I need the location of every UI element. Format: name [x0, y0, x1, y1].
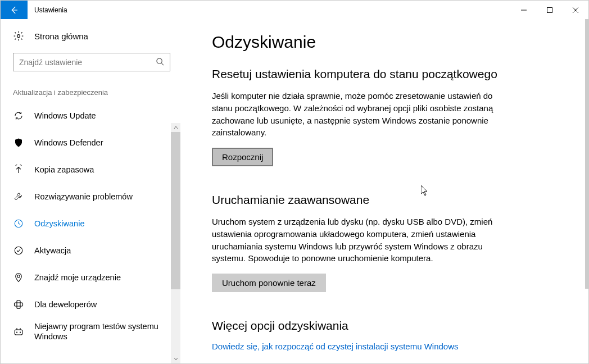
- more-options-section: Więcej opcji odzyskiwania Dowiedz się, j…: [212, 319, 506, 352]
- activation-icon: [13, 245, 24, 256]
- restart-now-button[interactable]: Uruchom ponownie teraz: [212, 274, 326, 292]
- sidebar-item-troubleshoot[interactable]: Rozwiązywanie problemów: [1, 183, 180, 210]
- sidebar-item-label: Kopia zapasowa: [34, 165, 99, 175]
- svg-rect-2: [547, 7, 552, 12]
- svg-rect-14: [15, 330, 22, 335]
- sidebar-item-label: Niejawny program testów systemu Windows: [34, 321, 180, 342]
- svg-line-7: [161, 63, 164, 65]
- svg-point-6: [157, 58, 162, 63]
- gear-icon: [13, 30, 24, 42]
- scroll-up-icon[interactable]: [171, 123, 180, 132]
- arrow-left-icon: [9, 5, 19, 15]
- main-scrollbar[interactable]: [585, 19, 588, 363]
- search-placeholder: Znajdź ustawienie: [19, 58, 82, 67]
- sidebar-item-label: Windows Defender: [34, 138, 109, 148]
- svg-point-5: [17, 35, 20, 38]
- home-label: Strona główna: [34, 31, 88, 41]
- shield-icon: [13, 137, 24, 148]
- developer-icon: [13, 299, 24, 310]
- sidebar-item-label: Aktywacja: [34, 245, 76, 256]
- sidebar-item-label: Rozwiązywanie problemów: [34, 192, 138, 202]
- svg-point-11: [17, 275, 20, 278]
- sync-icon: [13, 110, 24, 121]
- reset-section: Resetuj ustawienia komputera do stanu po…: [212, 67, 506, 166]
- sidebar-item-label: Windows Update: [34, 111, 102, 121]
- svg-point-15: [16, 331, 17, 333]
- sidebar-item-label: Znajdź moje urządzenie: [34, 272, 126, 283]
- nav-list: Windows Update Windows Defender Kopia za…: [1, 102, 180, 345]
- sidebar-item-activation[interactable]: Aktywacja: [1, 237, 180, 264]
- search-icon: [156, 57, 164, 67]
- home-link[interactable]: Strona główna: [13, 30, 174, 42]
- scrollbar-thumb[interactable]: [171, 132, 180, 289]
- search-input[interactable]: Znajdź ustawienie: [13, 53, 170, 71]
- sidebar-item-find-device[interactable]: Znajdź moje urządzenie: [1, 264, 180, 291]
- sidebar-item-windows-update[interactable]: Windows Update: [1, 102, 180, 129]
- backup-icon: [13, 164, 24, 175]
- category-header: Aktualizacja i zabezpieczenia: [13, 88, 180, 97]
- sidebar-item-label: Odzyskiwanie: [34, 219, 90, 229]
- close-button[interactable]: [563, 1, 588, 19]
- svg-point-16: [20, 331, 21, 333]
- more-heading: Więcej opcji odzyskiwania: [212, 319, 506, 333]
- svg-point-10: [15, 247, 22, 254]
- advanced-startup-section: Uruchamianie zaawansowane Uruchom system…: [212, 193, 506, 292]
- minimize-icon: [521, 7, 527, 13]
- recovery-icon: [13, 218, 24, 229]
- insider-icon: [13, 326, 24, 337]
- main-content: Odzyskiwanie Resetuj ustawienia komputer…: [180, 19, 588, 363]
- maximize-icon: [547, 7, 552, 13]
- minimize-button[interactable]: [511, 1, 537, 19]
- sidebar-item-windows-defender[interactable]: Windows Defender: [1, 129, 180, 156]
- maximize-button[interactable]: [537, 1, 563, 19]
- scrollbar-thumb[interactable]: [585, 19, 588, 289]
- sidebar-item-label: Dla deweloperów: [34, 299, 102, 310]
- close-icon: [573, 7, 578, 13]
- reset-heading: Resetuj ustawienia komputera do stanu po…: [212, 67, 506, 81]
- advanced-body: Uruchom system z urządzenia lub dysku (n…: [212, 216, 506, 265]
- sidebar-item-recovery[interactable]: Odzyskiwanie: [1, 210, 180, 237]
- back-button[interactable]: [1, 1, 28, 19]
- sidebar-item-insider[interactable]: Niejawny program testów systemu Windows: [1, 318, 180, 345]
- reset-start-button[interactable]: Rozpocznij: [212, 148, 273, 166]
- sidebar-scrollbar[interactable]: [171, 123, 180, 363]
- reset-body: Jeśli komputer nie działa sprawnie, może…: [212, 90, 506, 139]
- sidebar: Strona główna Znajdź ustawienie Aktualiz…: [1, 19, 180, 363]
- troubleshoot-icon: [13, 191, 24, 202]
- page-title: Odzyskiwanie: [212, 33, 506, 52]
- sidebar-item-developers[interactable]: Dla deweloperów: [1, 291, 180, 318]
- find-device-icon: [13, 272, 24, 283]
- scroll-down-icon[interactable]: [171, 354, 180, 363]
- clean-install-link[interactable]: Dowiedz się, jak rozpocząć od czystej in…: [212, 342, 459, 351]
- settings-window: Ustawienia Strona główna Znajdź ust: [0, 0, 589, 364]
- advanced-heading: Uruchamianie zaawansowane: [212, 193, 506, 207]
- window-title: Ustawienia: [28, 1, 67, 19]
- sidebar-item-backup[interactable]: Kopia zapasowa: [1, 156, 180, 183]
- svg-rect-12: [17, 301, 20, 309]
- titlebar: Ustawienia: [1, 1, 588, 19]
- svg-rect-13: [15, 303, 23, 306]
